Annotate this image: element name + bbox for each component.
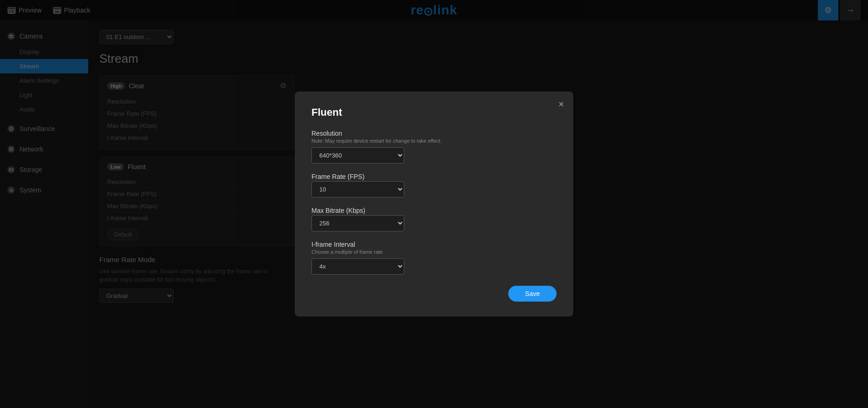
modal-bitrate-select[interactable]: 128 256 512 1024 bbox=[311, 215, 404, 231]
modal-bitrate-label: Max Bitrate (Kbps) bbox=[311, 207, 557, 214]
modal-resolution-note: Note: May require device restart for cha… bbox=[311, 138, 557, 144]
modal-close-button[interactable]: × bbox=[558, 99, 564, 110]
modal-overlay[interactable]: Fluent × Resolution Note: May require de… bbox=[0, 0, 868, 408]
modal-resolution-select[interactable]: 640*360 1280*720 1920*1080 bbox=[311, 147, 404, 164]
fluent-modal: Fluent × Resolution Note: May require de… bbox=[295, 92, 573, 316]
modal-iframe-label: I-frame Interval bbox=[311, 241, 557, 248]
modal-bitrate-field: Max Bitrate (Kbps) 128 256 512 1024 bbox=[311, 207, 557, 231]
modal-iframe-select[interactable]: 1x 2x 4x 8x bbox=[311, 258, 404, 275]
modal-title: Fluent bbox=[311, 106, 557, 118]
modal-framerate-label: Frame Rate (FPS) bbox=[311, 173, 557, 180]
modal-resolution-field: Resolution Note: May require device rest… bbox=[311, 130, 557, 164]
modal-framerate-field: Frame Rate (FPS) 5 8 10 15 20 25 30 bbox=[311, 173, 557, 197]
modal-save-button[interactable]: Save bbox=[508, 286, 557, 302]
modal-iframe-field: I-frame Interval Choose a multiple of fr… bbox=[311, 241, 557, 275]
modal-iframe-note: Choose a multiple of frame rate bbox=[311, 249, 557, 255]
modal-resolution-label: Resolution bbox=[311, 130, 557, 137]
modal-framerate-select[interactable]: 5 8 10 15 20 25 30 bbox=[311, 181, 404, 197]
modal-footer: Save bbox=[311, 286, 557, 302]
